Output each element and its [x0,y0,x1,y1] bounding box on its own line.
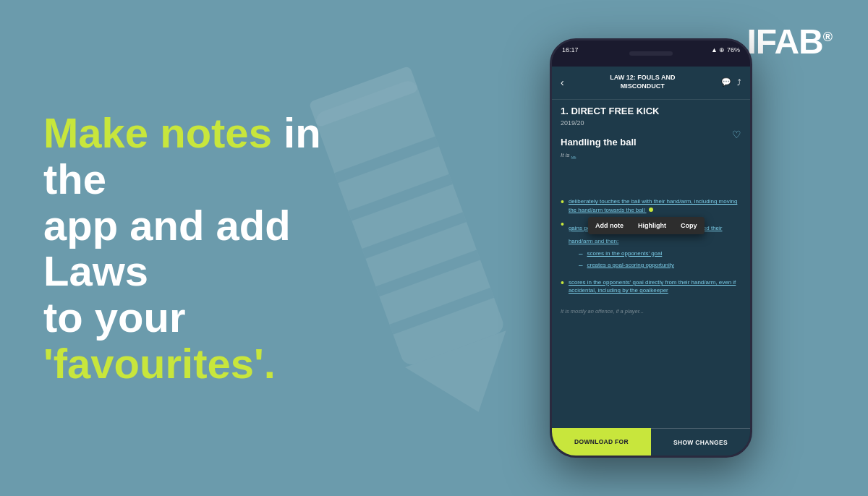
ifab-logo-text: IFAB [746,22,822,61]
battery-indicator: 76% [727,46,740,54]
sub-list-item: – scores in the opponents' goal [579,249,741,257]
add-note-button[interactable]: Add note [588,217,631,234]
app-header: ‹ LAW 12: FOULS AND MISCONDUCT 💬 ⤴ [552,67,750,100]
list-item: • deliberately touches the ball with the… [561,197,741,213]
phone-screen: ‹ LAW 12: FOULS AND MISCONDUCT 💬 ⤴ 1. DI… [552,67,750,456]
nav-title-line2: MISCONDUCT [610,82,675,91]
highlight-button[interactable]: Highlight [631,217,673,234]
bullet-icon: • [561,277,564,288]
list-item-text: deliberately touches the ball with their… [569,197,741,213]
content-list: • deliberately touches the ball with the… [552,193,750,304]
context-menu: Add note Highlight Copy [588,217,705,234]
handling-title: Handling the ball [561,137,741,147]
phone: 16:17 ▲ ⊕ 76% ‹ LAW 12: FOULS AND MISCON… [550,38,752,458]
phone-camera [629,51,673,56]
back-button[interactable]: ‹ [561,77,564,88]
sub-item-text: scores in the opponents' goal [587,249,662,257]
wifi-icon: ⊕ [719,46,725,54]
sub-bullet-icon: – [579,249,583,257]
copy-button[interactable]: Copy [673,217,705,234]
list-item: • scores in the opponents' goal directly… [561,278,741,294]
favourite-button[interactable]: ♡ [732,128,741,141]
section-title: 1. DIRECT FREE KICK [552,100,750,118]
hero-highlight-1: Make notes [43,109,272,156]
comment-icon[interactable]: 💬 [721,77,731,87]
nav-icons: 💬 ⤴ [721,77,741,87]
bullet-icon: • [561,218,564,230]
phone-container: 16:17 ▲ ⊕ 76% ‹ LAW 12: FOULS AND MISCON… [550,38,752,458]
hero-quote: 'favourites'. [43,340,276,387]
nav-title: LAW 12: FOULS AND MISCONDUCT [610,74,675,90]
nav-title-line1: LAW 12: FOULS AND [610,74,675,82]
hero-normal-3: to your [43,294,186,341]
partial-text: It is ... [561,152,741,158]
share-icon[interactable]: ⤴ [737,78,741,87]
handling-section: Handling the ball It is ... [552,131,750,164]
signal-icon: ▲ [711,46,718,54]
status-time: 16:17 [562,46,579,54]
sub-list-item: – creates a goal-scoring opportunity [579,261,741,269]
ifab-logo: IFAB® [746,22,832,61]
phone-bottom-buttons: DOWNLOAD FOR SHOW CHANGES [552,428,750,456]
sub-bullet-icon: – [579,261,583,269]
sub-item-text: creates a goal-scoring opportunity [587,261,674,269]
year-badge: 2019/20 [552,118,750,131]
app-nav: ‹ LAW 12: FOULS AND MISCONDUCT 💬 ⤴ [561,74,741,90]
list-item-text: scores in the opponents' goal directly f… [569,278,741,294]
download-button[interactable]: DOWNLOAD FOR [552,428,651,456]
hero-line2: app and add Laws [43,201,291,294]
status-icons: ▲ ⊕ 76% [711,46,740,54]
show-changes-button[interactable]: SHOW CHANGES [651,428,750,456]
bullet-icon: • [561,196,564,208]
ifab-registered: ® [823,30,832,44]
faded-rule-text: It is mostly an offence, if a player... [552,305,750,317]
phone-top: 16:17 ▲ ⊕ 76% [552,40,750,67]
hero-text-block: Make notes in the app and add Laws to yo… [43,110,391,387]
